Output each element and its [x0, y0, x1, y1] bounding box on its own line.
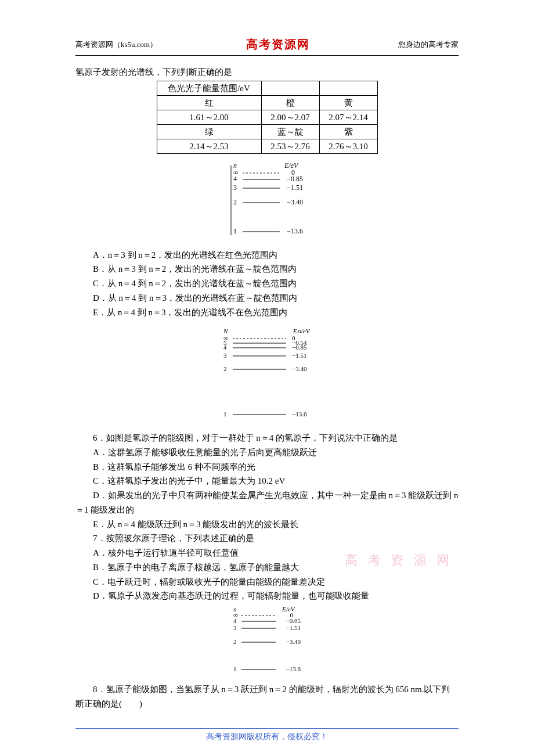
q6-stem: 6．如图是氢原子的能级图，对于一群处于 n＝4 的氢原子，下列说法中正确的是	[75, 431, 459, 445]
table-row: 色光光子能量范围/eV	[157, 81, 377, 95]
header-logo: 高考资源网	[246, 35, 310, 54]
cell: 2.14～2.53	[157, 139, 261, 153]
cell: 色光光子能量范围/eV	[157, 81, 261, 95]
table-row: 红 橙 黄	[157, 95, 377, 110]
cell: 2.07～2.14	[319, 110, 377, 124]
svg-text:E𝑛/eV: E𝑛/eV	[293, 327, 311, 334]
svg-text:−3.40: −3.40	[292, 365, 307, 372]
choice-a: A．这群氢原子能够吸收任意能量的光子后向更高能级跃迁	[75, 445, 459, 460]
header-left: 高考资源网（ks5u.com）	[75, 38, 157, 51]
svg-text:4: 4	[233, 617, 237, 624]
page-header: 高考资源网（ks5u.com） 高考资源网 您身边的高考专家	[75, 35, 459, 54]
svg-text:2: 2	[233, 198, 237, 206]
choice-a: A．核外电子运行轨道半径可取任意值	[75, 546, 459, 560]
svg-text:−1.51: −1.51	[286, 624, 301, 631]
choice-c: C．从 n＝4 到 n＝2，发出的光谱线在蓝～靛色范围内	[75, 276, 459, 291]
footer-divider	[75, 728, 459, 729]
cell: 2.53～2.76	[261, 139, 319, 153]
svg-text:−1.51: −1.51	[292, 352, 306, 359]
cell: 黄	[319, 95, 377, 110]
energy-level-diagram-3: n E/eV ∞ 0 4 −0.85 3 −1.51 2 −3.40 1 −13…	[75, 606, 459, 680]
svg-text:−0.85: −0.85	[292, 344, 307, 351]
level-diagram-icon: N E𝑛/eV ∞ 0 5 −0.54 4 −0.85 3 −1.51 2 −3…	[218, 327, 316, 420]
svg-text:3: 3	[223, 352, 227, 359]
choice-d: D．氢原子从激发态向基态跃迁的过程，可能辐射能量，也可能吸收能量	[75, 589, 459, 603]
header-right: 您身边的高考专家	[398, 38, 459, 51]
svg-text:−0.85: −0.85	[286, 617, 301, 624]
svg-text:1: 1	[233, 227, 237, 235]
table-row: 1.61～2.00 2.00～2.07 2.07～2.14	[157, 110, 377, 124]
svg-text:−3.40: −3.40	[286, 638, 301, 645]
q7-stem: 7．按照玻尔原子理论，下列表述正确的是	[75, 531, 459, 546]
q6-choices: A．这群氢原子能够吸收任意能量的光子后向更高能级跃迁 B．这群氢原子能够发出 6…	[75, 445, 459, 532]
table-row: 2.14～2.53 2.53～2.76 2.76～3.10	[157, 139, 377, 153]
cell: 红	[157, 95, 261, 110]
svg-text:−0.85: −0.85	[287, 175, 303, 183]
choice-e: E．从 n＝4 到 n＝3，发出的光谱线不在色光范围内	[75, 305, 459, 320]
table-row: 绿 蓝～靛 紫	[157, 124, 377, 139]
svg-text:N: N	[223, 327, 228, 334]
svg-text:E/eV: E/eV	[282, 606, 295, 613]
choice-b: B．从 n＝3 到 n＝2，发出的光谱线在蓝～靛色范围内	[75, 262, 459, 276]
choice-e: E．从 n＝4 能级跃迁到 n＝3 能级发出的光的波长最长	[75, 517, 459, 532]
svg-text:−13.6: −13.6	[287, 227, 303, 235]
svg-text:1: 1	[233, 665, 237, 672]
svg-text:2: 2	[233, 638, 237, 645]
choice-b: B．这群氢原子能够发出 6 种不同频率的光	[75, 460, 459, 474]
q8-stem: 8．氢原子能级如图，当氢原子从 n＝3 跃迁到 n＝2 的能级时，辐射光的波长为…	[75, 682, 459, 711]
svg-text:1: 1	[223, 411, 227, 417]
choice-d: D．从 n＝4 到 n＝3，发出的光谱线在蓝～靛色范围内	[75, 291, 459, 305]
svg-text:4: 4	[233, 175, 237, 183]
svg-text:4: 4	[223, 344, 227, 351]
svg-text:−1.51: −1.51	[287, 183, 303, 192]
cell: 2.76～3.10	[319, 139, 377, 153]
footer-text: 高考资源网版权所有，侵权必究！	[75, 730, 459, 743]
cell: 2.00～2.07	[261, 110, 319, 124]
cell	[319, 81, 377, 95]
intro-line: 氢原子发射的光谱线，下列判断正确的是	[75, 65, 459, 80]
svg-text:−13.6: −13.6	[292, 411, 307, 417]
choice-c: C．这群氢原子发出的光子中，能量最大为 10.2 eV	[75, 474, 459, 488]
energy-level-diagram-1: n E/eV ∞ 0 4 −0.85 3 −1.51 2 −3.40 1 −13…	[75, 162, 459, 242]
level-diagram-icon: n E/eV ∞ 0 4 −0.85 3 −1.51 2 −3.40 1 −13…	[226, 606, 308, 675]
svg-text:3: 3	[233, 624, 237, 631]
svg-text:3: 3	[233, 183, 237, 192]
choice-d: D．如果发出的光子中只有两种能使某金属产生光电效应，其中一种一定是由 n＝3 能…	[75, 488, 459, 517]
choice-a: A．n＝3 到 n＝2，发出的光谱线在红色光范围内	[75, 248, 459, 262]
cell: 绿	[157, 124, 261, 139]
svg-text:−13.6: −13.6	[286, 665, 301, 672]
cell: 橙	[261, 95, 319, 110]
svg-text:2: 2	[223, 365, 227, 372]
header-divider	[75, 55, 459, 56]
level-diagram-icon: n E/eV ∞ 0 4 −0.85 3 −1.51 2 −3.40 1 −13…	[226, 162, 308, 237]
choice-b: B．氢原子中的电子离原子核越远，氢原子的能量越大	[75, 560, 459, 575]
color-energy-table: 色光光子能量范围/eV 红 橙 黄 1.61～2.00 2.00～2.07 2.…	[157, 81, 378, 154]
q5-choices: A．n＝3 到 n＝2，发出的光谱线在红色光范围内 B．从 n＝3 到 n＝2，…	[75, 248, 459, 320]
choice-c: C．电子跃迁时，辐射或吸收光子的能量由能级的能量差决定	[75, 575, 459, 589]
svg-text:−3.40: −3.40	[287, 198, 303, 206]
cell	[261, 81, 319, 95]
cell: 蓝～靛	[261, 124, 319, 139]
energy-level-diagram-2: N E𝑛/eV ∞ 0 5 −0.54 4 −0.85 3 −1.51 2 −3…	[75, 327, 459, 425]
cell: 1.61～2.00	[157, 110, 261, 124]
q7-choices: A．核外电子运行轨道半径可取任意值 B．氢原子中的电子离原子核越远，氢原子的能量…	[75, 546, 459, 603]
cell: 紫	[319, 124, 377, 139]
